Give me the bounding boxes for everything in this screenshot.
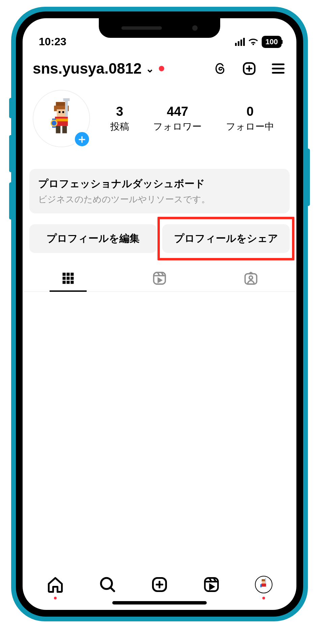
plus-square-icon <box>242 61 257 76</box>
nav-reels[interactable] <box>201 574 222 595</box>
nav-profile[interactable] <box>254 574 274 595</box>
stat-value: 447 <box>153 104 202 119</box>
threads-icon <box>213 61 227 76</box>
svg-rect-4 <box>59 111 60 113</box>
tab-grid[interactable] <box>23 265 114 291</box>
profile-actions: プロフィールを編集 プロフィールをシェア <box>23 224 296 253</box>
phone-notch <box>99 18 220 38</box>
username-label: sns.yusya.0812 <box>33 60 142 77</box>
avatar-pixel-art <box>43 98 80 139</box>
battery-indicator: 100 <box>262 36 282 48</box>
stat-value: 0 <box>226 104 274 119</box>
edit-profile-button[interactable]: プロフィールを編集 <box>29 224 157 253</box>
share-profile-button[interactable]: プロフィールをシェア <box>162 224 290 253</box>
svg-rect-20 <box>63 281 66 284</box>
notification-dot <box>159 66 164 71</box>
svg-point-25 <box>249 276 253 279</box>
stat-label: 投稿 <box>110 120 129 133</box>
reels-icon <box>203 576 220 593</box>
svg-rect-13 <box>62 126 67 133</box>
dashboard-title: プロフェッショナルダッシュボード <box>38 177 281 191</box>
svg-rect-5 <box>62 111 64 113</box>
side-button <box>307 149 310 206</box>
avatar-icon <box>255 576 272 593</box>
side-button <box>9 135 12 172</box>
stat-followers[interactable]: 447 フォロワー <box>153 104 202 133</box>
svg-rect-33 <box>265 578 266 583</box>
side-button <box>9 182 12 220</box>
stat-posts[interactable]: 3 投稿 <box>110 104 129 133</box>
wifi-icon <box>248 38 258 46</box>
svg-rect-23 <box>154 273 166 284</box>
svg-rect-7 <box>55 119 68 121</box>
notification-dot <box>54 597 57 599</box>
content-area <box>23 292 296 563</box>
svg-rect-31 <box>261 584 266 587</box>
threads-button[interactable] <box>212 60 228 77</box>
search-icon <box>99 576 116 593</box>
professional-dashboard-card[interactable]: プロフェッショナルダッシュボード ビジネスのためのツールやリソースです。 <box>29 169 290 213</box>
dashboard-subtitle: ビジネスのためのツールやリソースです。 <box>38 194 281 205</box>
grid-icon <box>61 271 76 286</box>
svg-rect-12 <box>56 126 61 133</box>
stat-value: 3 <box>110 104 129 119</box>
side-button <box>9 98 12 118</box>
svg-rect-17 <box>63 277 66 280</box>
tagged-icon <box>243 271 259 286</box>
status-time: 10:23 <box>39 35 66 48</box>
svg-rect-30 <box>262 581 265 584</box>
svg-rect-21 <box>67 281 70 284</box>
chevron-down-icon: ⌄ <box>146 63 154 75</box>
profile-summary: ＋ 3 投稿 447 フォロワー 0 フォロー中 <box>23 84 296 155</box>
tab-tagged[interactable] <box>205 265 296 291</box>
plus-icon: ＋ <box>76 131 88 147</box>
svg-rect-14 <box>63 273 66 276</box>
stat-label: フォロー中 <box>226 120 274 133</box>
nav-create[interactable] <box>149 574 170 595</box>
svg-rect-32 <box>260 584 262 587</box>
avatar-container[interactable]: ＋ <box>33 90 90 147</box>
home-indicator[interactable] <box>112 601 207 604</box>
svg-rect-18 <box>67 277 70 280</box>
add-story-button[interactable]: ＋ <box>73 130 91 148</box>
svg-rect-15 <box>67 273 70 276</box>
menu-button[interactable] <box>270 60 286 77</box>
phone-frame: 10:23 100 sns.yusya.0812 ⌄ <box>11 7 308 621</box>
svg-rect-22 <box>71 281 74 284</box>
create-button[interactable] <box>241 60 257 77</box>
profile-header: sns.yusya.0812 ⌄ <box>23 52 296 84</box>
stat-following[interactable]: 0 フォロー中 <box>226 104 274 133</box>
svg-rect-3 <box>57 109 66 117</box>
svg-rect-10 <box>65 98 68 117</box>
svg-rect-11 <box>63 98 69 101</box>
nav-home[interactable] <box>45 574 65 595</box>
username-switcher[interactable]: sns.yusya.0812 ⌄ <box>33 60 164 77</box>
svg-point-9 <box>51 120 57 126</box>
cellular-icon <box>235 38 245 46</box>
svg-rect-16 <box>71 273 74 276</box>
stat-label: フォロワー <box>153 120 202 133</box>
notification-dot <box>262 597 265 599</box>
content-tabs <box>23 265 296 292</box>
hamburger-icon <box>271 62 286 75</box>
nav-search[interactable] <box>97 574 118 595</box>
plus-square-icon <box>151 576 168 593</box>
reels-icon <box>152 271 167 286</box>
tab-reels[interactable] <box>114 265 205 291</box>
home-icon <box>47 576 64 593</box>
svg-rect-19 <box>71 277 74 280</box>
